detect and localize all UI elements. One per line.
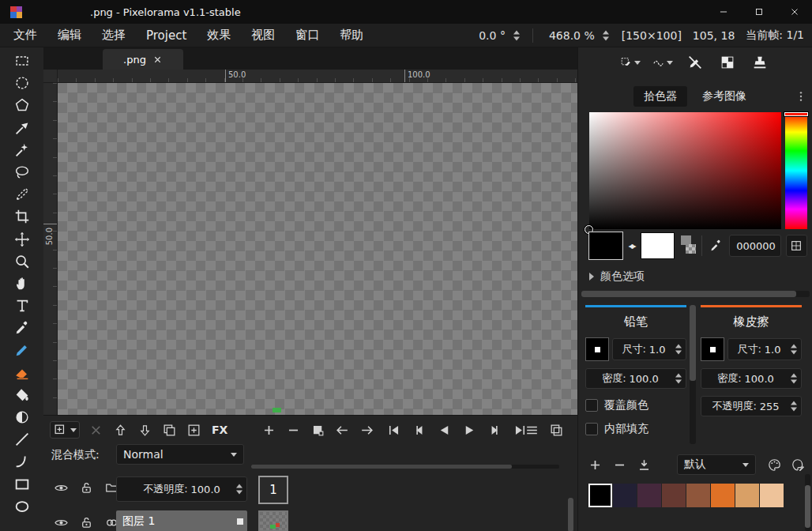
import-palette-button[interactable] — [635, 456, 652, 473]
palette-swatch-6[interactable] — [735, 484, 759, 507]
timeline-horizontal-scrollbar[interactable] — [251, 465, 559, 469]
brush-option-button[interactable] — [620, 52, 641, 73]
layer-fx-button[interactable]: FX — [209, 421, 230, 439]
palette-scrollbar[interactable] — [805, 474, 810, 531]
primary-color-swatch[interactable] — [589, 232, 622, 259]
hex-color-input[interactable]: 000000 — [729, 235, 781, 257]
menu-item-7[interactable]: 窗口 — [285, 24, 329, 47]
zoom-tool[interactable] — [12, 251, 32, 272]
pixel-perfect-toggle[interactable] — [685, 52, 705, 73]
checkbox-icon[interactable] — [585, 399, 598, 412]
palette-swatch-3[interactable] — [662, 484, 686, 507]
select-by-color-tool[interactable] — [12, 118, 32, 138]
move-frame-right-button[interactable] — [358, 421, 375, 439]
tab-png[interactable]: .png — [103, 49, 183, 70]
tool-options-scrollbar[interactable] — [690, 305, 696, 444]
timeline-vertical-scrollbar[interactable] — [568, 498, 573, 531]
merge-layer-button[interactable] — [185, 421, 202, 439]
move-tool[interactable] — [12, 229, 32, 250]
remove-frame-button[interactable] — [284, 421, 302, 439]
timeline-settings-button[interactable] — [523, 421, 540, 439]
move-layer-down-button[interactable] — [136, 421, 153, 439]
palette-swatch-7[interactable] — [760, 484, 784, 507]
panel-menu-icon[interactable] — [795, 88, 807, 104]
frame-1-header[interactable]: 1 — [258, 476, 288, 504]
stamp-button[interactable] — [750, 52, 770, 73]
menu-item-4[interactable]: Project — [136, 24, 197, 47]
swap-colors-icon[interactable]: ◂▸ — [628, 240, 634, 251]
pan-tool[interactable] — [12, 273, 32, 294]
cel-thumbnail[interactable] — [258, 510, 288, 531]
checkbox-icon[interactable] — [585, 423, 598, 435]
layer1-lock-button[interactable] — [77, 513, 96, 531]
text-tool[interactable] — [12, 296, 32, 316]
ellipse-select-tool[interactable] — [12, 73, 32, 93]
color-options-expander[interactable]: 颜色选项 — [589, 269, 645, 284]
menu-item-3[interactable]: 选择 — [92, 24, 136, 47]
line-tool[interactable] — [12, 429, 32, 450]
saturation-value-picker[interactable] — [589, 112, 781, 229]
rotation-spinner[interactable]: 0.0 ° — [474, 28, 521, 43]
eyedropper-icon[interactable] — [708, 237, 724, 254]
menu-item-5[interactable]: 效果 — [197, 24, 241, 47]
screen-color-picker-button[interactable] — [786, 235, 807, 257]
layer1-visibility-button[interactable] — [51, 513, 70, 531]
hue-cursor[interactable] — [784, 112, 808, 116]
secondary-color-swatch[interactable] — [641, 232, 674, 259]
move-layer-up-button[interactable] — [111, 421, 129, 439]
eraser-tool[interactable] — [12, 363, 32, 383]
zoom-spinner[interactable]: 468.0 % — [544, 28, 611, 43]
tab-reference-images[interactable]: 参考图像 — [692, 86, 757, 107]
menu-item-6[interactable]: 视图 — [241, 24, 285, 47]
palette-dropdown[interactable]: 默认 — [677, 454, 756, 475]
palette-options-button[interactable] — [788, 455, 807, 474]
lasso-tool[interactable] — [12, 162, 32, 183]
bucket-tool[interactable] — [12, 385, 32, 405]
tab-close-icon[interactable] — [152, 55, 163, 65]
layer-opacity-slider[interactable]: 不透明度:100.0 — [116, 476, 247, 502]
play-backwards-button[interactable] — [435, 421, 453, 439]
polygon-select-tool[interactable] — [12, 95, 32, 115]
hue-slider[interactable] — [785, 112, 807, 229]
pencil-tool[interactable] — [12, 340, 32, 360]
spinner-arrows-icon[interactable] — [513, 30, 520, 40]
next-frame-button[interactable] — [486, 421, 503, 439]
add-palette-button[interactable] — [586, 456, 603, 473]
copy-frame-button[interactable] — [309, 421, 326, 439]
curve-tool[interactable] — [12, 451, 32, 472]
eraser-density-slider[interactable]: 密度:100.0 — [701, 368, 802, 389]
layer-visibility-button[interactable] — [51, 478, 70, 497]
eraser-opacity-slider[interactable]: 不透明度:255 — [701, 396, 802, 416]
pencil-size-slider[interactable]: 尺寸:1.0 — [612, 338, 686, 360]
palette-swatch-2[interactable] — [637, 484, 661, 507]
right-panel-horizontal-scrollbar[interactable] — [581, 291, 810, 297]
remove-palette-button[interactable] — [611, 456, 628, 473]
add-frame-button[interactable] — [260, 421, 277, 439]
fill-inside-checkbox[interactable]: 内部填充 — [585, 422, 686, 436]
clone-layer-button[interactable] — [160, 421, 178, 439]
onion-skinning-button[interactable] — [547, 421, 565, 439]
layer-name-field[interactable]: 图层 1 — [116, 510, 247, 531]
shading-tool[interactable] — [12, 407, 32, 427]
canvas[interactable] — [58, 83, 577, 415]
magic-wand-tool[interactable] — [12, 140, 32, 160]
overwrite-color-checkbox[interactable]: 覆盖颜色 — [585, 398, 686, 412]
ellipse-tool[interactable] — [12, 496, 32, 517]
play-forward-button[interactable] — [461, 421, 478, 439]
eraser-brush-preview[interactable] — [701, 337, 724, 361]
palette-swatch-1[interactable] — [613, 484, 637, 507]
crop-tool[interactable] — [12, 206, 32, 227]
go-first-frame-button[interactable] — [385, 421, 402, 439]
layer-lock-button[interactable] — [77, 478, 96, 497]
spinner-arrows-icon[interactable] — [603, 30, 609, 40]
color-picker-tool[interactable] — [12, 318, 32, 338]
tab-color-picker[interactable]: 拾色器 — [633, 86, 687, 107]
eraser-size-slider[interactable]: 尺寸:1.0 — [727, 338, 802, 360]
pencil-density-slider[interactable]: 密度:100.0 — [585, 368, 686, 389]
dither-pattern-button[interactable] — [717, 52, 738, 73]
menu-item-2[interactable]: 编辑 — [47, 24, 92, 47]
previous-frame-button[interactable] — [410, 421, 427, 439]
minimize-button[interactable] — [705, 0, 741, 24]
add-layer-button[interactable] — [50, 421, 80, 439]
menu-item-8[interactable]: 帮助 — [329, 24, 374, 47]
